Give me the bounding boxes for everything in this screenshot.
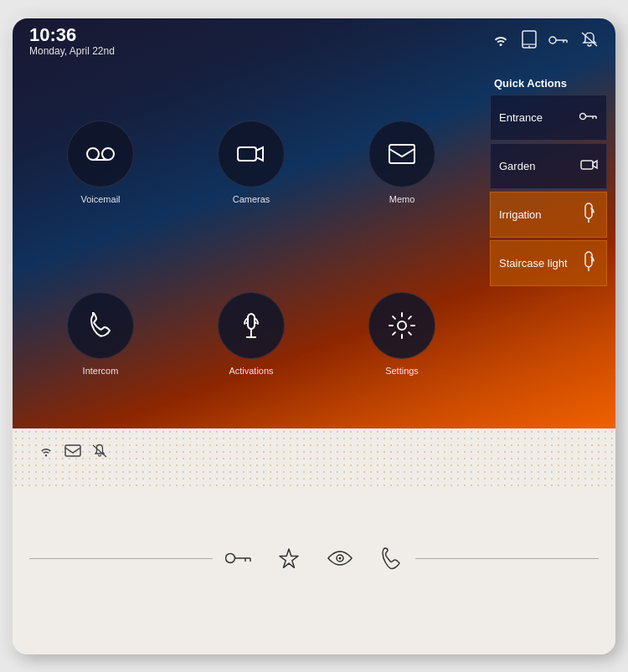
svg-point-16 (398, 321, 406, 330)
qa-irrigation-icon (579, 202, 598, 227)
nav-eye-button[interactable] (313, 541, 367, 575)
qa-garden-icon (579, 157, 598, 174)
screen: 10:36 Monday, April 22nd (13, 18, 615, 428)
tablet-icon (522, 30, 537, 53)
memo-label: Memo (389, 194, 415, 204)
qa-item-irrigation[interactable]: Irrigation (490, 192, 607, 238)
nav-line-left (29, 558, 213, 559)
nav-key-button[interactable] (213, 544, 265, 572)
qa-item-entrance[interactable]: Entrance (490, 95, 607, 141)
svg-point-3 (528, 45, 530, 47)
settings-label: Settings (385, 366, 419, 376)
status-icons (492, 30, 599, 53)
key-nav-icon (225, 551, 252, 566)
qa-staircase-label: Staircase light (499, 257, 568, 269)
device-frame: 10:36 Monday, April 22nd (13, 18, 615, 654)
nav-line-right (415, 558, 599, 559)
app-item-cameras[interactable]: Cameras (184, 85, 318, 240)
app-item-activations[interactable]: Activations (184, 257, 318, 412)
voicemail-label: Voicemail (80, 194, 120, 204)
svg-rect-13 (389, 145, 414, 163)
bottom-area (13, 428, 615, 654)
app-grid: Voicemail Cameras (13, 69, 486, 428)
bottom-no-bell-icon (91, 444, 108, 463)
svg-rect-1 (522, 31, 536, 48)
eye-nav-icon (326, 548, 354, 568)
star-nav-icon (277, 546, 301, 570)
time-display: 10:36 (29, 25, 115, 45)
settings-icon-circle (368, 292, 435, 359)
svg-point-10 (102, 148, 114, 160)
svg-point-26 (226, 554, 235, 563)
cameras-label: Cameras (233, 194, 270, 204)
bottom-mail-icon (64, 444, 81, 463)
qa-item-garden[interactable]: Garden (490, 143, 607, 189)
quick-actions-title: Quick Actions (490, 77, 607, 90)
date-display: Monday, April 22nd (29, 45, 115, 57)
svg-line-25 (93, 445, 106, 457)
qa-garden-label: Garden (499, 160, 535, 172)
quick-actions-panel: Quick Actions Entrance Ga (486, 69, 615, 428)
qa-irrigation-label: Irrigation (499, 208, 542, 221)
intercom-label: Intercom (83, 366, 119, 376)
qa-entrance-label: Entrance (499, 111, 543, 124)
svg-point-9 (87, 148, 99, 160)
app-item-settings[interactable]: Settings (335, 257, 469, 412)
app-item-memo[interactable]: Memo (335, 85, 469, 240)
wifi-icon (492, 33, 510, 50)
status-bar: 10:36 Monday, April 22nd (13, 18, 615, 64)
screen-content: Voicemail Cameras (13, 69, 615, 428)
app-item-intercom[interactable]: Intercom (33, 257, 167, 412)
key-status-icon (548, 33, 569, 50)
activations-label: Activations (229, 366, 273, 376)
svg-rect-24 (65, 445, 80, 456)
svg-point-31 (339, 557, 342, 560)
bottom-status-bar (13, 428, 615, 471)
bottom-nav (13, 471, 615, 654)
svg-point-4 (549, 37, 556, 44)
qa-entrance-icon (579, 110, 598, 125)
voicemail-icon-circle (67, 121, 134, 187)
svg-rect-12 (238, 147, 256, 161)
app-item-voicemail[interactable]: Voicemail (33, 85, 167, 240)
cameras-icon-circle (218, 121, 285, 187)
qa-item-staircase[interactable]: Staircase light (490, 240, 607, 286)
bottom-wifi-icon (38, 444, 54, 463)
activations-icon-circle (218, 292, 285, 359)
qa-staircase-icon (579, 250, 598, 275)
memo-icon-circle (368, 121, 435, 187)
phone-nav-icon (379, 546, 403, 571)
svg-rect-21 (581, 161, 593, 169)
intercom-icon-circle (67, 292, 134, 359)
no-bell-icon (580, 31, 599, 52)
svg-point-17 (580, 114, 586, 120)
nav-star-button[interactable] (265, 540, 313, 577)
time-block: 10:36 Monday, April 22nd (29, 25, 115, 57)
nav-phone-button[interactable] (367, 539, 415, 577)
svg-line-8 (582, 33, 597, 46)
